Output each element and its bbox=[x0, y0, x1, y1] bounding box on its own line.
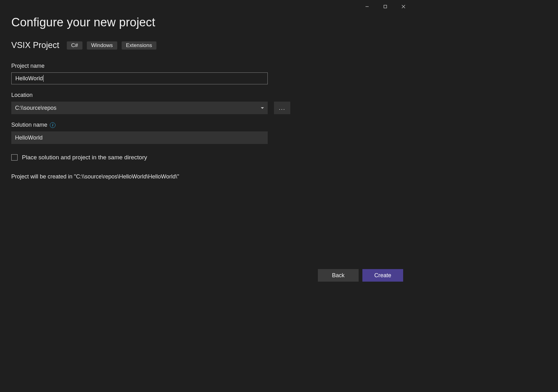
solution-name-input[interactable]: HelloWorld bbox=[11, 131, 268, 144]
solution-name-field: Solution name i HelloWorld bbox=[11, 122, 401, 144]
back-button[interactable]: Back bbox=[318, 269, 359, 282]
creation-path-summary: Project will be created in "C:\\source\r… bbox=[11, 173, 401, 180]
location-value: C:\\source\repos bbox=[15, 105, 56, 111]
info-icon[interactable]: i bbox=[50, 122, 55, 128]
chevron-down-icon bbox=[261, 107, 264, 109]
same-directory-label: Place solution and project in the same d… bbox=[22, 154, 147, 161]
minimize-button[interactable] bbox=[358, 0, 376, 13]
svg-rect-1 bbox=[384, 5, 387, 8]
project-type-name: VSIX Project bbox=[11, 40, 59, 50]
close-icon bbox=[402, 5, 405, 8]
maximize-icon bbox=[383, 5, 387, 8]
text-caret bbox=[43, 75, 44, 82]
project-name-field: Project name HelloWorld bbox=[11, 63, 401, 84]
browse-button[interactable]: ... bbox=[274, 102, 290, 114]
page-title: Configure your new project bbox=[11, 16, 401, 29]
location-label: Location bbox=[11, 92, 401, 98]
project-name-value: HelloWorld bbox=[15, 75, 43, 82]
titlebar bbox=[0, 0, 413, 13]
same-directory-checkbox[interactable] bbox=[11, 154, 18, 161]
project-type-row: VSIX Project C# Windows Extensions bbox=[11, 40, 401, 50]
project-name-label: Project name bbox=[11, 63, 401, 69]
tag-category: Extensions bbox=[122, 41, 156, 50]
location-combo[interactable]: C:\\source\repos bbox=[11, 102, 268, 114]
tag-platform: Windows bbox=[87, 41, 117, 50]
project-name-input[interactable]: HelloWorld bbox=[11, 72, 268, 84]
same-directory-row: Place solution and project in the same d… bbox=[11, 154, 401, 161]
footer-buttons: Back Create bbox=[318, 269, 403, 282]
location-field: Location C:\\source\repos ... bbox=[11, 92, 401, 114]
tag-language: C# bbox=[67, 41, 82, 50]
create-button[interactable]: Create bbox=[362, 269, 403, 282]
solution-name-value: HelloWorld bbox=[15, 135, 43, 141]
minimize-icon bbox=[365, 5, 369, 8]
maximize-button[interactable] bbox=[376, 0, 394, 13]
content-area: Configure your new project VSIX Project … bbox=[0, 13, 413, 290]
solution-name-label: Solution name bbox=[11, 122, 47, 128]
dialog-window: Configure your new project VSIX Project … bbox=[0, 0, 413, 290]
solution-name-label-row: Solution name i bbox=[11, 122, 401, 128]
browse-label: ... bbox=[279, 105, 285, 111]
close-button[interactable] bbox=[394, 0, 413, 13]
